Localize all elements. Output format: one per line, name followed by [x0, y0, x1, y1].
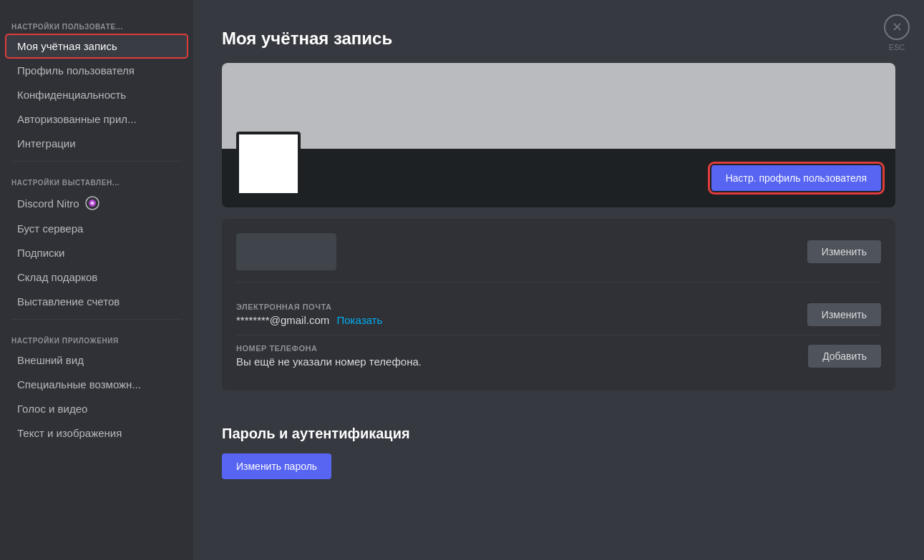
user-settings-category: НАСТРОЙКИ ПОЛЬЗОВАТЕ... — [0, 11, 193, 34]
account-field-email-left: ЭЛЕКТРОННАЯ ПОЧТА ********@gmail.com Пок… — [236, 303, 382, 326]
sidebar-item-my-account[interactable]: Моя учётная запись — [6, 34, 188, 58]
account-details-card: Изменить ЭЛЕКТРОННАЯ ПОЧТА ********@gmai… — [222, 219, 895, 390]
password-section-title: Пароль и аутентификация — [222, 426, 895, 442]
sidebar-item-authorized-apps[interactable]: Авторизованные прил... — [6, 107, 188, 131]
sidebar-item-subscriptions[interactable]: Подписки — [6, 241, 188, 265]
sidebar-item-billing[interactable]: Выставление счетов — [6, 290, 188, 313]
sidebar-item-user-profile[interactable]: Профиль пользователя — [6, 59, 188, 82]
sidebar-item-label: Интеграции — [17, 137, 76, 149]
sidebar-divider-2 — [11, 319, 182, 320]
profile-banner — [222, 63, 895, 149]
sidebar-item-server-boost[interactable]: Буст сервера — [6, 217, 188, 240]
email-value: ********@gmail.com Показать — [236, 314, 382, 326]
close-button-area: ✕ ESC — [884, 14, 910, 51]
sidebar-item-label: Внешний вид — [17, 354, 84, 366]
sidebar-item-appearance[interactable]: Внешний вид — [6, 348, 188, 372]
sidebar-item-text-images[interactable]: Текст и изображения — [6, 421, 188, 445]
close-esc-label: ESC — [889, 43, 905, 51]
nitro-icon — [85, 196, 99, 210]
page-title: Моя учётная запись — [222, 29, 895, 49]
account-field-phone: НОМЕР ТЕЛЕФОНА Вы ещё не указали номер т… — [236, 335, 881, 376]
email-label: ЭЛЕКТРОННАЯ ПОЧТА — [236, 303, 382, 311]
account-field-phone-left: НОМЕР ТЕЛЕФОНА Вы ещё не указали номер т… — [236, 344, 422, 368]
sidebar-item-label: Текст и изображения — [17, 427, 122, 439]
change-password-button[interactable]: Изменить пароль — [222, 453, 331, 479]
sidebar-item-gift-inventory[interactable]: Склад подарков — [6, 265, 188, 289]
app-settings-category: НАСТРОЙКИ ПРИЛОЖЕНИЯ — [0, 325, 193, 348]
sidebar-item-label: Авторизованные прил... — [17, 113, 137, 125]
profile-avatar-area — [236, 160, 301, 196]
sidebar-item-label: Выставление счетов — [17, 295, 120, 308]
sidebar-item-label: Discord Nitro — [17, 197, 79, 210]
username-placeholder — [236, 233, 336, 270]
section-divider — [222, 408, 895, 408]
sidebar-item-label: Конфиденциальность — [17, 89, 126, 101]
sidebar-divider-1 — [11, 161, 182, 162]
sidebar-item-privacy[interactable]: Конфиденциальность — [6, 83, 188, 107]
billing-settings-category: НАСТРОЙКИ ВЫСТАВЛЕН... — [0, 167, 193, 190]
sidebar-item-accessibility[interactable]: Специальные возможн... — [6, 373, 188, 396]
account-field-email: ЭЛЕКТРОННАЯ ПОЧТА ********@gmail.com Пок… — [236, 294, 881, 335]
change-email-button[interactable]: Изменить — [807, 303, 881, 326]
sidebar-item-label: Склад подарков — [17, 271, 97, 283]
profile-card: Настр. профиль пользователя — [222, 63, 895, 207]
avatar — [236, 132, 301, 196]
sidebar-item-label: Моя учётная запись — [17, 40, 117, 52]
add-phone-button[interactable]: Добавить — [808, 345, 881, 368]
sidebar-item-label: Специальные возможн... — [17, 378, 141, 390]
profile-info-row: Настр. профиль пользователя — [222, 149, 895, 207]
phone-value: Вы ещё не указали номер телефона. — [236, 355, 422, 368]
sidebar-item-label: Подписки — [17, 247, 65, 259]
account-username-row: Изменить — [236, 233, 881, 283]
sidebar-item-label: Профиль пользователя — [17, 64, 135, 77]
main-content: ✕ ESC Моя учётная запись Настр. профиль … — [193, 0, 924, 560]
close-button[interactable]: ✕ — [884, 14, 910, 40]
edit-profile-button[interactable]: Настр. профиль пользователя — [711, 165, 881, 191]
change-username-button[interactable]: Изменить — [807, 240, 881, 263]
phone-label: НОМЕР ТЕЛЕФОНА — [236, 344, 422, 353]
sidebar-item-voice-video[interactable]: Голос и видео — [6, 397, 188, 421]
email-masked: ********@gmail.com — [236, 314, 329, 326]
sidebar-item-label: Буст сервера — [17, 222, 83, 235]
sidebar-item-label: Голос и видео — [17, 403, 87, 415]
sidebar-item-discord-nitro[interactable]: Discord Nitro — [6, 190, 188, 216]
sidebar-item-integrations[interactable]: Интеграции — [6, 132, 188, 155]
show-email-link[interactable]: Показать — [336, 314, 382, 326]
sidebar: НАСТРОЙКИ ПОЛЬЗОВАТЕ... Моя учётная запи… — [0, 0, 193, 560]
